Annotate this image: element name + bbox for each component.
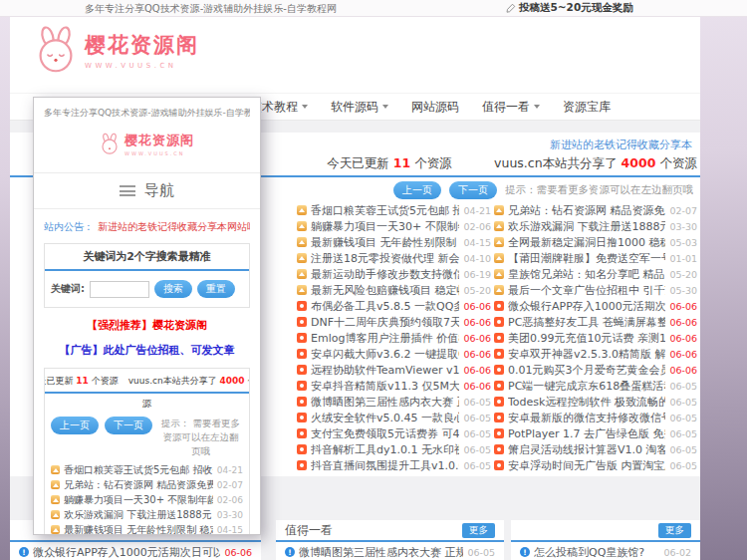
list-item[interactable]: 远程协助软件TeamViewer v11 单文件版 方便06-06 [297, 362, 491, 378]
list-item[interactable]: 注册送18元零投资做代理 新会员分红存100004-10 [297, 250, 491, 266]
next-page-button[interactable]: 下一页 [449, 181, 497, 199]
item-date: 04-21 [463, 205, 491, 216]
item-date: 04-21 [217, 465, 243, 475]
nav-item-resource-vault[interactable]: 资源宝库 [563, 99, 611, 116]
list-item[interactable]: 最新赚钱项目 无年龄性别限制 稳定日撸04-15 [51, 522, 243, 535]
item-title: 香烟口粮芙蓉王试货5元包邮 招收代理 [64, 463, 213, 477]
list-item[interactable]: 抖音直播间氛围提升工具v1.0.0 直播间自动发06-05 [297, 457, 491, 473]
list-item[interactable]: 火绒安全软件v5.0.45 一款良心的国产安全软件06-05 [297, 410, 491, 425]
list-item[interactable]: 安卓浮动时间无广告版 内置淘宝/京东/苏宁/拍06-05 [494, 457, 697, 473]
list-item[interactable]: 安卓闪截大师v3.6.2 一键提取QQ好友发的闪照06-06 [297, 346, 491, 362]
popup-logo[interactable]: 樱花资源阁 WWW.VUUS.CN [44, 132, 250, 156]
new-icon [297, 460, 307, 470]
item-title: 注册送18元零投资做代理 新会员分红存1000 [311, 251, 459, 266]
list-item[interactable]: 怎么投稿到QQ皇族馆?06-02 [520, 544, 691, 560]
new-icon [494, 333, 504, 343]
item-date: 06-06 [669, 349, 697, 360]
list-item[interactable]: 安卓最新版的微信支持修改微信号了！ IOS版06-05 [494, 410, 697, 425]
item-date: 05-20 [669, 269, 697, 280]
popup-promo-ad[interactable]: 【广告】此处广告位招租、可发文章 [44, 343, 250, 358]
list-item[interactable]: 【莆田潮牌鞋服】免费送空军一号匡威1970s01-01 [494, 250, 697, 266]
list-item[interactable]: DNF十二周年庆典预约领取7天黑钻 回归用户06-06 [297, 314, 491, 330]
updated-suffix: 个资源 [414, 155, 452, 170]
list-item[interactable]: 躺赚暴力项目一天30+ 不限制年龄抓紧上02-06 [51, 492, 243, 507]
item-title: 最后一个文章广告位招租中 引千万流 聚八方 [508, 283, 665, 298]
list-item[interactable]: 微博晒图第三届性感内衣大赛 正规美图等你欣06-05 [297, 394, 491, 410]
nav-label: 值得一看 [482, 99, 530, 116]
list-item[interactable]: 微博晒图第三届性感内衣大赛 正规美图等你欣赏06-05 [285, 544, 495, 560]
item-date: 04-15 [463, 237, 491, 248]
popup-resource-list: 香烟口粮芙蓉王试货5元包邮 招收代理04-21兄弟站：钻石资源网 精品资源免费分… [45, 459, 249, 535]
submit-reward-link[interactable]: 投稿送5~20元现金奖励 [506, 1, 633, 15]
more-button[interactable]: 更多 [462, 523, 495, 538]
popup-search-box: 关键词为2个字搜索最精准 关键词: 搜索 重置 [44, 243, 250, 308]
item-title: 0.01元购买3个月爱奇艺黄金会员 仅限京东白 [508, 363, 665, 378]
notice-marquee-link[interactable]: 新进站的老铁记得收藏分享本 [550, 138, 692, 152]
list-item[interactable]: 最后一个文章广告位招租中 引千万流 聚八方05-30 [494, 282, 697, 298]
list-item[interactable]: 全网最新稳定漏洞日撸1000 稳稳稳05-03 [494, 234, 697, 250]
list-item[interactable]: Emlog博客用户注册插件 价值80元免费分享06-06 [297, 330, 491, 346]
list-item[interactable]: 0.01元购买3个月爱奇艺黄金会员 仅限京东白06-06 [494, 362, 697, 378]
list-item[interactable]: 欢乐游戏漏洞 下载注册送1888元 官方合作03-30 [494, 218, 697, 234]
item-date: 05-30 [669, 285, 697, 296]
mobile-preview-popup: 多年专注分享QQ技术资源-游戏辅助外挂娱乐-自学教程网 樱花资源阁 WWW.VU… [33, 97, 261, 535]
search-button[interactable]: 搜索 [154, 280, 192, 298]
popup-stats-line1: 今天已更新 11 个资源 vuus.cn本站共分享了 4000 个资 [45, 369, 249, 394]
list-item[interactable]: PC恶搞整好友工具 苍蝇满屏幕整蛊专家 效06-06 [494, 314, 697, 330]
keyword-input[interactable] [90, 281, 149, 298]
list-item[interactable]: 兄弟站：钻石资源网 精品资源免费分享基地02-07 [494, 202, 697, 218]
pin-icon [297, 221, 307, 231]
list-item[interactable]: 躺赚暴力项目一天30+ 不限制年龄抓紧上车02-06 [297, 218, 491, 234]
reset-button[interactable]: 重置 [197, 280, 235, 298]
updated-count: 11 [393, 155, 410, 170]
item-date: 06-06 [463, 301, 491, 312]
new-icon [297, 381, 307, 391]
list-item[interactable]: 布偶必备工具v5.8.5 一款QQ多功能工具软件06-06 [297, 298, 491, 314]
list-item[interactable]: 最新无风险包赔赚钱项目 稳定收入200-500元05-20 [297, 282, 491, 298]
logo-text: 樱花资源阁 WWW.VUUS.CN [85, 31, 199, 70]
popup-nav-toggle[interactable]: 导航 [44, 173, 250, 208]
new-icon [494, 381, 504, 391]
nav-item-software-source[interactable]: 软件源码 [331, 99, 388, 116]
list-item[interactable]: 香烟口粮芙蓉王试货5元包邮 招收代理04-21 [51, 462, 243, 477]
list-item[interactable]: 最新赚钱项目 无年龄性别限制 稳定日撸300+04-15 [297, 234, 491, 250]
list-item[interactable]: 最新运动助手修改步数支持微信QQ+ZFB步06-19 [297, 266, 491, 282]
list-item[interactable]: 欢乐游戏漏洞 下载注册送1888元 官方合03-30 [51, 507, 243, 522]
list-item[interactable]: PotPlayer 1.7 去广告绿色版 免费全能影音播06-05 [494, 425, 697, 441]
item-title: 微众银行APP存入1000元活期次日可以获得无门 [33, 545, 220, 560]
submit-reward-label: 投稿送5~20元现金奖励 [519, 1, 633, 15]
pin-icon [494, 205, 504, 215]
list-item[interactable]: 箫启灵活动线报计算器V1.0 淘客必备的一款软06-05 [494, 441, 697, 457]
pencil-icon [506, 3, 516, 13]
nav-item-worth-reading[interactable]: 值得一看 [482, 99, 540, 116]
popup-nav-label: 导航 [144, 181, 174, 200]
list-item[interactable]: 微众银行APP存入1000元活期次日可以获得无06-06 [494, 298, 697, 314]
new-icon [297, 365, 307, 375]
next-page-button[interactable]: 下一页 [105, 417, 152, 434]
site-logo[interactable]: 樱花资源阁 WWW.VUUS.CN [34, 25, 199, 75]
list-item[interactable]: 支付宝免费领取5元话费券 可45元充值三网5006-05 [297, 425, 491, 441]
item-title: 最新无风险包赔赚钱项目 稳定收入200-500元 [311, 283, 459, 298]
item-date: 06-06 [463, 333, 491, 344]
bottom-card-right: 更多 怎么投稿到QQ皇族馆?06-02 [511, 520, 700, 560]
list-item[interactable]: 美团0.99元充值10元话费 亲测10元话费秒到06-06 [494, 330, 697, 346]
item-title: 安卓抖音精简版v11.3 仅5M大小 支持账号登录 [311, 379, 459, 394]
list-item[interactable]: 抖音解析工具dy1.0.1 无水印视频一键解析软件06-05 [297, 441, 491, 457]
new-icon [297, 317, 307, 327]
popup-promo-recommend[interactable]: 【强烈推荐】樱花资源阁 [44, 318, 250, 333]
nav-item-site-source[interactable]: 网站源码 [411, 99, 459, 116]
more-button[interactable]: 更多 [658, 523, 691, 538]
list-item[interactable]: 微众银行APP存入1000元活期次日可以获得无门06-06 [19, 544, 252, 560]
prev-page-button[interactable]: 上一页 [393, 181, 441, 199]
list-item[interactable]: 兄弟站：钻石资源网 精品资源免费分享基02-07 [51, 477, 243, 492]
list-item[interactable]: Todesk远程控制软件 极致流畅的远程协助工具06-05 [494, 394, 697, 410]
list-item[interactable]: 皇族馆兄弟站：知名分享吧 精品资源分享基地05-20 [494, 266, 697, 282]
pin-icon [51, 525, 60, 534]
pagination-row: 上一页 下一页 提示：需要看更多资源可以在左边翻页哦 [393, 181, 694, 199]
popup-site-name: 樱花资源阁 [124, 132, 194, 149]
prev-page-button[interactable]: 上一页 [51, 417, 99, 434]
list-item[interactable]: 香烟口粮芙蓉王试货5元包邮 招收代理04-21 [297, 202, 491, 218]
list-item[interactable]: 安卓抖音精简版v11.3 仅5M大小 支持账号登录06-06 [297, 378, 491, 394]
list-item[interactable]: PC端一键完成京东618叠蛋糕活动任务工具06-05 [494, 378, 697, 394]
list-item[interactable]: 安卓双开神器v2.5.3.0精简版 解决多账号切换06-06 [494, 346, 697, 362]
